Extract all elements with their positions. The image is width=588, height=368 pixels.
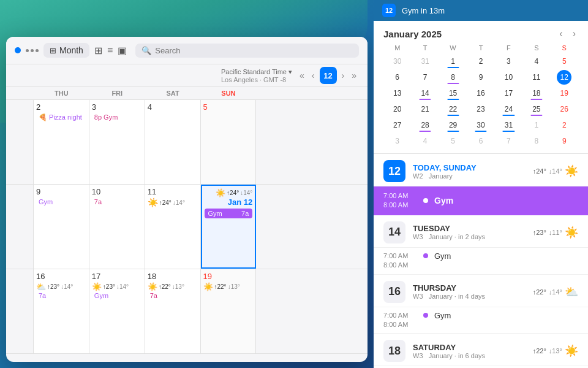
mini-day-10[interactable]: 10 (501, 70, 516, 85)
temp-down-14: ↓11° (549, 229, 562, 236)
cal-cell-jan3[interactable]: 3 8p Gym (89, 100, 145, 184)
mini-day-29[interactable]: 29 (446, 118, 461, 132)
day-header-thu: THU (34, 87, 89, 99)
mini-day-feb3[interactable]: 3 (390, 134, 405, 148)
gym-event-today[interactable]: 7:00 AM8:00 AM Gym (374, 186, 588, 215)
mini-day-feb8[interactable]: 8 (529, 134, 544, 148)
cal-cell-jan16[interactable]: 16 ⛅ ↑23° ↓14° 7a (34, 269, 89, 353)
gym-7a-16[interactable]: 7a (36, 291, 86, 300)
week-row-3: 16 ⛅ ↑23° ↓14° 7a 17 ☀️ ↑23° ↓14° Gy (6, 269, 368, 354)
day-badge-18[interactable]: 18 (383, 340, 405, 362)
notification-bar[interactable]: 12 Gym in 13m (374, 0, 588, 21)
mini-day-14[interactable]: 14 (418, 86, 432, 101)
cal-cell-jan11[interactable]: 11 ☀️ ↑24° ↓14° (145, 185, 201, 269)
week-col-header (6, 87, 34, 99)
mini-day-31[interactable]: 31 (501, 118, 516, 132)
gym-event-9[interactable]: Gym (36, 197, 86, 206)
cal-cell-jan9[interactable]: 9 Gym (34, 185, 89, 269)
mini-day-3[interactable]: 3 (501, 54, 516, 69)
day-badge-16[interactable]: 16 (383, 281, 405, 303)
mini-day-16[interactable]: 16 (473, 86, 488, 101)
event-row-14[interactable]: 7:00 AM8:00 AM Gym (374, 248, 588, 275)
cal-cell-jan10[interactable]: 10 7a (89, 185, 145, 269)
right-panel: 12 Gym in 13m January 2025 ‹ › M T W T F… (374, 0, 588, 368)
cal-cell-jan2[interactable]: 2 🍕 Pizza night (34, 100, 89, 184)
mini-day-5[interactable]: 5 (557, 54, 571, 69)
mini-day[interactable]: 31 (418, 54, 432, 69)
prev-btn[interactable]: ‹ (309, 69, 317, 82)
cal-cell-jan12[interactable]: ☀️ ↑24° ↓14° Jan 12 Gym 7a (201, 185, 257, 269)
current-date-badge[interactable]: 12 (320, 67, 337, 84)
mini-day-22[interactable]: 22 (446, 102, 461, 117)
mini-prev-btn[interactable]: ‹ (557, 28, 565, 39)
mini-day-feb5[interactable]: 5 (446, 134, 461, 148)
event-row-16[interactable]: 7:00 AM8:00 AM Gym (374, 307, 588, 334)
month-button[interactable]: ⊞ Month (43, 43, 89, 58)
mini-day-13[interactable]: 13 (390, 86, 405, 101)
prev-prev-btn[interactable]: « (297, 69, 307, 82)
day-badge-12[interactable]: 12 (383, 160, 405, 182)
mini-day-2[interactable]: 2 (473, 54, 488, 69)
mini-day-17[interactable]: 17 (501, 86, 516, 101)
weather-icon-14: ☀️ (565, 226, 578, 239)
day-bar (447, 99, 459, 100)
mini-day-28[interactable]: 28 (418, 118, 432, 132)
mini-day-4[interactable]: 4 (529, 54, 544, 69)
grid-view-icon[interactable]: ⊞ (94, 45, 102, 56)
next-next-btn[interactable]: » (349, 69, 359, 82)
mini-day-8[interactable]: 8 (446, 70, 461, 85)
cell-num: 10 (92, 187, 142, 196)
sidebar-icon[interactable]: ▣ (118, 45, 127, 56)
week-row-2: 9 Gym 10 7a 11 ☀️ ↑24° ↓14° (6, 185, 368, 269)
mini-next-btn[interactable]: › (570, 28, 578, 39)
list-view-icon[interactable]: ≡ (107, 45, 113, 56)
cal-cell-empty3 (256, 185, 312, 269)
mini-hdr-thu: T (467, 44, 494, 52)
mini-day-feb1[interactable]: 1 (529, 118, 544, 132)
mini-day-25[interactable]: 25 (529, 102, 544, 117)
mini-day-26[interactable]: 26 (557, 102, 571, 117)
calendar-badge: 12 (382, 4, 396, 17)
search-input[interactable] (155, 46, 353, 55)
gym-7a-event-10[interactable]: 7a (92, 197, 142, 206)
mini-day-24[interactable]: 24 (501, 102, 516, 117)
mini-day-feb2[interactable]: 2 (557, 118, 571, 132)
cal-cell-jan17[interactable]: 17 ☀️ ↑23° ↓14° Gym (89, 269, 145, 353)
mini-day-23[interactable]: 23 (473, 102, 488, 117)
mini-day-15[interactable]: 15 (446, 86, 461, 101)
cal-cell-jan18[interactable]: 18 ☀️ ↑22° ↓13° 7a (145, 269, 201, 353)
mini-day-1[interactable]: 1 (446, 54, 461, 69)
mini-day-19[interactable]: 19 (557, 86, 571, 101)
cal-cell-jan4[interactable]: 4 (145, 100, 201, 184)
mini-day-11[interactable]: 11 (529, 70, 544, 85)
mini-day[interactable]: 30 (390, 54, 405, 69)
mini-day-feb6[interactable]: 6 (473, 134, 488, 148)
dots-triple[interactable] (26, 49, 39, 52)
mini-day-7[interactable]: 7 (418, 70, 432, 85)
mini-day-12[interactable]: 12 (557, 70, 571, 85)
gym-8p-event[interactable]: 8p Gym (92, 113, 142, 121)
toolbar-dots (15, 47, 21, 53)
mini-day-9[interactable]: 9 (473, 70, 488, 85)
day-info-12: TODAY, SUNDAY W2 January (413, 163, 477, 180)
gym-17[interactable]: Gym (92, 291, 142, 300)
day-badge-14[interactable]: 14 (383, 221, 405, 243)
mini-day-feb7[interactable]: 7 (501, 134, 516, 148)
gym-7a-18[interactable]: 7a (148, 291, 198, 300)
mini-day-feb4[interactable]: 4 (418, 134, 432, 148)
cal-cell-jan19[interactable]: 19 ☀️ ↑22° ↓13° (201, 269, 257, 353)
next-btn[interactable]: › (339, 69, 347, 82)
mini-day-20[interactable]: 20 (390, 102, 405, 117)
gym-today-event[interactable]: Gym 7a (205, 209, 253, 218)
mini-day-18[interactable]: 18 (529, 86, 544, 101)
mini-day-27[interactable]: 27 (390, 118, 405, 132)
mini-day-6[interactable]: 6 (390, 70, 405, 85)
day-bar (420, 131, 431, 132)
cell-num: 2 (36, 102, 86, 112)
mini-day-30[interactable]: 30 (473, 118, 488, 132)
mini-day-feb9[interactable]: 9 (557, 134, 571, 148)
pizza-night-event[interactable]: 🍕 Pizza night (36, 113, 86, 122)
search-bar[interactable]: 🔍 (135, 44, 359, 58)
cal-cell-jan5[interactable]: 5 (201, 100, 257, 184)
mini-day-21[interactable]: 21 (418, 102, 432, 117)
